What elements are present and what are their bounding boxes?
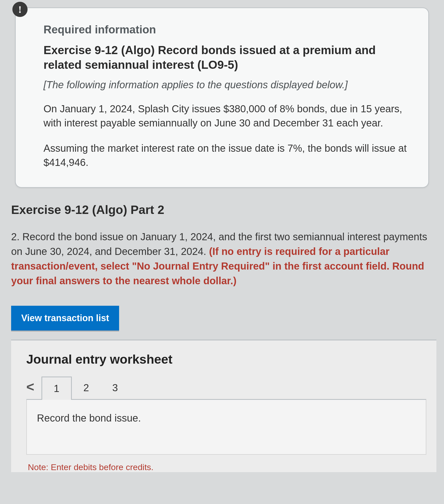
applies-note: [The following information applies to th… xyxy=(43,79,408,91)
note-line: Note: Enter debits before credits. xyxy=(28,462,426,472)
part-heading: Exercise 9-12 (Algo) Part 2 xyxy=(11,203,436,217)
question-text: 2. Record the bond issue on January 1, 2… xyxy=(11,229,434,288)
exclamation-icon: ! xyxy=(18,4,21,15)
tab-3[interactable]: 3 xyxy=(101,377,129,399)
worksheet-tabs: < 1 2 3 xyxy=(26,376,426,399)
required-info-label: Required information xyxy=(43,23,408,36)
scenario-paragraph-1: On January 1, 2024, Splash City issues $… xyxy=(43,102,408,130)
page-root: ! Required information Exercise 9-12 (Al… xyxy=(0,8,444,472)
exercise-title: Exercise 9-12 (Algo) Record bonds issued… xyxy=(43,43,408,72)
entry-instruction: Record the bond issue. xyxy=(26,399,426,455)
chevron-left-icon[interactable]: < xyxy=(26,379,41,399)
alert-icon: ! xyxy=(12,2,28,17)
worksheet-title: Journal entry worksheet xyxy=(26,352,426,367)
tab-1[interactable]: 1 xyxy=(41,377,72,400)
required-info-card: ! Required information Exercise 9-12 (Al… xyxy=(15,8,429,188)
tab-2[interactable]: 2 xyxy=(72,377,101,399)
scenario-paragraph-2: Assuming the market interest rate on the… xyxy=(43,141,408,169)
journal-worksheet-box: Journal entry worksheet < 1 2 3 Record t… xyxy=(11,340,436,472)
view-transaction-list-button[interactable]: View transaction list xyxy=(11,306,119,331)
